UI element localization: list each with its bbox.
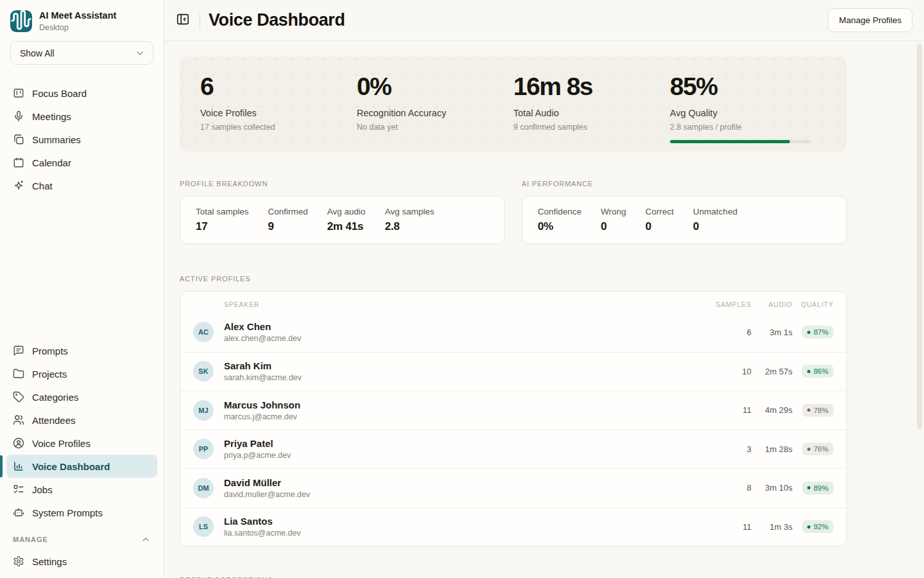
stat-card: 0% Recognition Accuracy No data yet [357,73,513,143]
stat-value: 16m 8s [513,73,670,101]
scrollbar-thumb[interactable] [917,44,922,429]
profile-breakdown-section: PROFILE BREAKDOWN Total samples 17 Confi… [180,180,505,244]
mini-stat: Avg samples 2.8 [385,207,434,233]
sidebar-spacer [0,197,164,339]
sidebar-nav-item[interactable]: Calendar [6,151,157,174]
sidebar-nav-item[interactable]: Voice Dashboard [6,455,157,478]
profile-table-row[interactable]: AC Alex Chen alex.chen@acme.dev 6 3m 1s … [180,313,846,352]
profile-table-row[interactable]: MJ Marcus Johnson marcus.j@acme.dev 11 4… [180,390,846,430]
sidebar-nav-item[interactable]: Chat [6,174,157,197]
quality-value: 86% [814,367,828,375]
nav-item-label: Focus Board [32,88,87,99]
profile-breakdown-card: Total samples 17 Confirmed 9 Avg audio 2… [180,196,505,244]
stat-label: Recognition Accuracy [357,108,513,118]
summaries-icon [13,134,24,145]
stat-card: 16m 8s Total Audio 9 confirmed samples [513,73,670,143]
prompts-icon [13,345,24,356]
mini-stat-value: 17 [196,220,249,233]
app-subtitle: Desktop [39,23,116,32]
quality-dot-icon [807,448,810,451]
waveform-logo-icon [10,9,32,33]
stat-card: 6 Voice Profiles 17 samples collected [200,73,357,143]
mini-stat-value: 0 [601,220,626,233]
stats-band: 6 Voice Profiles 17 samples collected 0%… [180,57,847,152]
voice-dashboard-icon [13,460,24,472]
profile-table-row[interactable]: DM David Müller david.muller@acme.dev 8 … [180,468,846,507]
manage-section-header[interactable]: MANAGE [0,524,164,550]
avatar: AC [193,322,214,342]
main-area: Voice Dashboard Manage Profiles 6 Voice … [164,0,924,578]
quality-value: 89% [814,484,828,492]
nav-item-label: System Prompts [32,507,103,518]
mini-stat-label: Total samples [196,207,249,216]
quality-badge: 92% [802,520,834,533]
system-prompts-icon [13,507,24,518]
mini-stat: Wrong 0 [601,207,626,233]
sidebar-collapse-button[interactable] [175,12,191,29]
samples-value: 8 [713,483,751,493]
quality-badge: 86% [802,365,834,378]
sidebar-nav-item[interactable]: Settings [6,550,157,573]
sidebar-nav-item[interactable]: Meetings [6,105,157,128]
dashboard-content: 6 Voice Profiles 17 samples collected 0%… [164,41,924,578]
sidebar-nav-item[interactable]: System Prompts [6,501,157,524]
show-all-select-value: Show All [20,48,55,58]
speaker-email: david.muller@acme.dev [224,490,310,499]
mini-stat-value: 0 [693,220,737,233]
nav-item-label: Calendar [32,157,71,168]
audio-value: 1m 3s [751,522,792,532]
speaker-email: priya.p@acme.dev [224,451,291,460]
quality-dot-icon [807,370,810,373]
audio-value: 2m 57s [751,367,792,376]
profile-table-row[interactable]: LS Lia Santos lia.santos@acme.dev 11 1m … [180,507,846,547]
nav-item-label: Attendees [32,415,76,426]
quality-value: 76% [814,445,828,453]
mini-stat-label: Confidence [538,207,581,216]
sidebar-nav-item[interactable]: Projects [6,362,157,385]
speaker-email: alex.chen@acme.dev [224,334,301,343]
settings-icon [13,556,24,567]
sidebar-nav-item[interactable]: Focus Board [6,82,157,105]
mini-stat-label: Avg samples [385,207,434,216]
speaker-name: David Müller [224,477,310,488]
quality-progress-bar [670,140,811,143]
speaker-email: marcus.j@acme.dev [224,412,300,421]
audio-value: 3m 10s [751,483,792,493]
app-brand: AI Meet Assistant Desktop [0,8,164,41]
nav-item-label: Meetings [32,111,71,122]
mini-stat-value: 0 [646,220,674,233]
sidebar-nav-item[interactable]: Attendees [6,408,157,432]
ai-performance-card: Confidence 0% Wrong 0 Correct 0 Unmatche… [522,196,847,244]
sidebar-nav-item[interactable]: Jobs [6,478,157,501]
manage-profiles-button[interactable]: Manage Profiles [828,8,912,32]
jobs-icon [13,484,24,495]
profile-table-row[interactable]: PP Priya Patel priya.p@acme.dev 3 1m 28s… [180,430,846,469]
speaker-name: Alex Chen [224,321,301,332]
show-all-select[interactable]: Show All [10,41,153,65]
active-profiles-section: ACTIVE PROFILES SPEAKER SAMPLES AUDIO QU… [180,275,847,547]
profile-table-row[interactable]: SK Sarah Kim sarah.kim@acme.dev 10 2m 57… [180,352,846,391]
mini-stat: Avg audio 2m 41s [327,207,366,233]
meetings-icon [13,110,24,122]
audio-value: 4m 29s [751,405,792,415]
panel-collapse-icon [176,12,190,29]
speaker-email: sarah.kim@acme.dev [224,373,302,382]
sidebar-nav-item[interactable]: Prompts [6,339,157,362]
chevron-down-icon [135,48,145,58]
table-body: AC Alex Chen alex.chen@acme.dev 6 3m 1s … [180,313,846,546]
mini-stat: Total samples 17 [196,207,249,233]
app-logo [10,10,32,32]
sidebar-nav-item[interactable]: Voice Profiles [6,432,157,455]
quality-badge: 87% [802,326,834,338]
quality-badge: 89% [802,482,834,495]
stat-subtext: 2.8 samples / profile [670,123,826,132]
samples-value: 11 [713,405,751,415]
mini-stat-label: Confirmed [268,207,308,216]
sidebar-nav-item[interactable]: Summaries [6,128,157,151]
avatar: LS [193,516,214,537]
sidebar-nav-primary: Focus Board Meetings Summaries Calendar … [0,73,164,197]
focus-board-icon [13,87,24,99]
mini-stat: Correct 0 [646,207,674,233]
manage-label: MANAGE [13,536,48,543]
sidebar-nav-item[interactable]: Categories [6,385,157,408]
